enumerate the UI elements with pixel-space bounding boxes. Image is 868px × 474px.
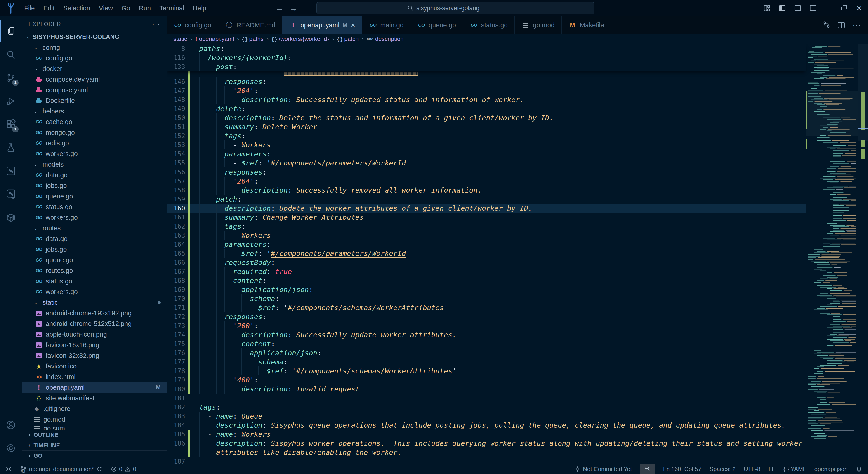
line-number[interactable]: 179 bbox=[166, 376, 188, 384]
code-line[interactable]: 174description: Successfully update work… bbox=[166, 330, 806, 339]
section-outline[interactable]: ⌄OUTLINE bbox=[22, 430, 166, 440]
close-icon[interactable]: × bbox=[855, 4, 863, 12]
problems-status[interactable]: 0 0 bbox=[111, 466, 136, 473]
code-line[interactable]: 161summary: Change Worker Attributes bbox=[166, 213, 806, 222]
tree-file-queue-go[interactable]: GOqueue.go bbox=[22, 255, 166, 265]
menu-help[interactable]: Help bbox=[188, 0, 211, 16]
sticky-line[interactable]: 116/workers/{workerId}: bbox=[166, 53, 806, 62]
notifications-bell-icon[interactable] bbox=[856, 466, 862, 472]
tab-status-go[interactable]: GOstatus.go bbox=[463, 16, 515, 34]
code-line[interactable]: 175content: bbox=[166, 339, 806, 348]
activity-terraform-icon[interactable] bbox=[0, 160, 22, 182]
line-number[interactable]: 116 bbox=[166, 54, 188, 62]
line-number[interactable]: 167 bbox=[166, 268, 188, 275]
explorer-more-actions-icon[interactable]: ··· bbox=[152, 20, 160, 28]
encoding-status[interactable]: UTF-8 bbox=[744, 466, 761, 473]
code-line[interactable]: 170schema: bbox=[166, 294, 806, 303]
activity-run-debug-icon[interactable] bbox=[0, 90, 22, 112]
code-line[interactable]: 165- $ref: '#/components/parameters/Work… bbox=[166, 249, 806, 258]
line-number[interactable]: 157 bbox=[166, 178, 188, 185]
tree-file-compose-dev-yaml[interactable]: compose.dev.yaml bbox=[22, 74, 166, 85]
code-line[interactable]: 177schema: bbox=[166, 357, 806, 367]
section-go[interactable]: ⌄GO bbox=[22, 450, 166, 461]
menu-view[interactable]: View bbox=[94, 0, 117, 16]
line-number[interactable]: 176 bbox=[166, 349, 188, 357]
activity-terraform-cloud-icon[interactable] bbox=[0, 183, 22, 205]
customize-layout-icon[interactable] bbox=[763, 4, 771, 12]
code-line[interactable]: 147'204': bbox=[166, 86, 806, 95]
line-number[interactable]: 161 bbox=[166, 214, 188, 221]
tree-file-workers-go[interactable]: GOworkers.go bbox=[22, 287, 166, 297]
tree-file-routes-go[interactable]: GOroutes.go bbox=[22, 265, 166, 276]
tree-file-go-mod[interactable]: go.mod bbox=[22, 414, 166, 425]
breadcrumb-item-openapi-yaml[interactable]: !openapi.yaml bbox=[195, 35, 234, 42]
tree-file-openapi-yaml[interactable]: !openapi.yamlM bbox=[22, 382, 166, 393]
code-line[interactable]: 155- $ref: '#/components/parameters/Work… bbox=[166, 158, 806, 167]
tree-file-status-go[interactable]: GOstatus.go bbox=[22, 276, 166, 287]
line-number[interactable]: 186 bbox=[166, 440, 188, 447]
tree-file--gitignore[interactable]: ◆.gitignore bbox=[22, 404, 166, 414]
line-number[interactable]: 174 bbox=[166, 331, 188, 339]
tree-file-queue-go[interactable]: GOqueue.go bbox=[22, 191, 166, 201]
breadcrumb-item-paths[interactable]: { }paths bbox=[242, 35, 264, 42]
code-line[interactable]: 156responses: bbox=[166, 167, 806, 177]
code-line[interactable]: 183- name: Queue bbox=[166, 412, 806, 421]
line-number[interactable]: 181 bbox=[166, 394, 188, 402]
tree-file-mongo-go[interactable]: GOmongo.go bbox=[22, 127, 166, 138]
ref-link[interactable]: #/components/schemas/WorkerAttributes bbox=[296, 367, 452, 375]
ref-link[interactable]: #/components/parameters/WorkerId bbox=[271, 159, 406, 167]
git-branch-status[interactable]: ✱ openapi_documentation* bbox=[20, 466, 103, 473]
line-number[interactable]: 169 bbox=[166, 286, 188, 293]
tab-makefile[interactable]: MMakefile bbox=[562, 16, 611, 34]
toggle-secondary-sidebar-icon[interactable] bbox=[809, 4, 817, 12]
back-arrow-icon[interactable]: ← bbox=[275, 3, 283, 13]
tree-file-compose-yaml[interactable]: compose.yaml bbox=[22, 85, 166, 95]
tree-file-jobs-go[interactable]: GOjobs.go bbox=[22, 244, 166, 255]
code-line[interactable]: 146responses: bbox=[166, 77, 806, 86]
code-line[interactable]: 172responses: bbox=[166, 312, 806, 321]
search-input[interactable] bbox=[416, 5, 504, 12]
tab-queue-go[interactable]: GOqueue.go bbox=[410, 16, 463, 34]
code-editor[interactable]: 8paths:116/workers/{workerId}:133post: 1… bbox=[166, 44, 868, 464]
zoom-button[interactable] bbox=[640, 464, 655, 474]
explorer-root-folder[interactable]: ⌄ SISYPHUS-SERVER-GOLANG bbox=[22, 32, 166, 42]
line-number[interactable]: 150 bbox=[166, 114, 188, 122]
toggle-panel-icon[interactable] bbox=[794, 4, 802, 12]
code-line[interactable]: 176application/json: bbox=[166, 348, 806, 357]
breadcrumb-item--workers-workerid-[interactable]: { }/workers/{workerId} bbox=[272, 35, 329, 42]
code-line[interactable]: 162tags: bbox=[166, 222, 806, 231]
tree-folder-models[interactable]: ⌄models bbox=[22, 159, 166, 170]
tree-folder-docker[interactable]: ⌄docker bbox=[22, 64, 166, 74]
line-number[interactable]: 158 bbox=[166, 187, 188, 194]
tree-file-status-go[interactable]: GOstatus.go bbox=[22, 201, 166, 212]
tree-file-data-go[interactable]: GOdata.go bbox=[22, 170, 166, 180]
code-line[interactable]: 185- name: Workers bbox=[166, 430, 806, 439]
code-line[interactable]: 179'400': bbox=[166, 375, 806, 384]
indentation-status[interactable]: Spaces: 2 bbox=[710, 466, 736, 473]
menu-selection[interactable]: Selection bbox=[59, 0, 94, 16]
code-line[interactable] bbox=[166, 71, 806, 77]
restore-icon[interactable] bbox=[840, 4, 848, 12]
tree-folder-helpers[interactable]: ⌄helpers bbox=[22, 106, 166, 117]
line-number[interactable]: 166 bbox=[166, 259, 188, 266]
activity-settings-icon[interactable] bbox=[0, 437, 22, 459]
activity-search-icon[interactable] bbox=[0, 43, 22, 65]
tree-file-workers-go[interactable]: GOworkers.go bbox=[22, 149, 166, 159]
line-number[interactable]: 152 bbox=[166, 132, 188, 140]
forward-arrow-icon[interactable]: → bbox=[289, 3, 298, 13]
line-number[interactable]: 182 bbox=[166, 404, 188, 411]
tree-folder-static[interactable]: ⌄static bbox=[22, 297, 166, 308]
minimize-icon[interactable] bbox=[825, 4, 832, 12]
line-number[interactable]: 133 bbox=[166, 63, 188, 70]
code-line[interactable]: 166requestBody: bbox=[166, 258, 806, 267]
tree-file-redis-go[interactable]: GOredis.go bbox=[22, 138, 166, 149]
code-line[interactable]: 181 bbox=[166, 393, 806, 403]
tree-file-apple-touch-icon-png[interactable]: apple-touch-icon.png bbox=[22, 329, 166, 340]
code-line[interactable]: 178$ref: '#/components/schemas/WorkerAtt… bbox=[166, 367, 806, 375]
tree-file-jobs-go[interactable]: GOjobs.go bbox=[22, 180, 166, 191]
line-number[interactable]: 168 bbox=[166, 277, 188, 284]
code-line[interactable]: 152tags: bbox=[166, 131, 806, 140]
line-number[interactable]: 185 bbox=[166, 431, 188, 438]
code-line[interactable]: 150description: Delete the status and in… bbox=[166, 113, 806, 122]
menu-run[interactable]: Run bbox=[134, 0, 155, 16]
